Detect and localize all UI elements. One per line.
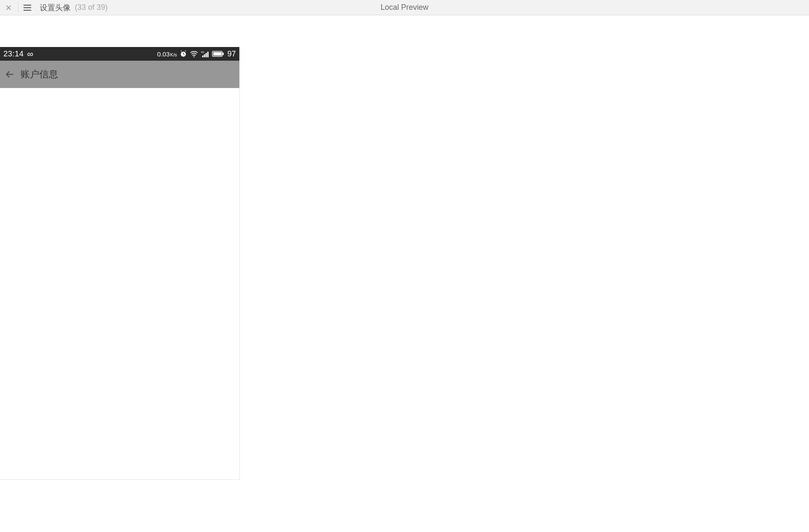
hamburger-icon <box>24 10 31 11</box>
svg-text:4G: 4G <box>201 51 204 53</box>
arrow-left-icon <box>5 69 15 79</box>
close-icon <box>6 5 11 10</box>
svg-rect-12 <box>207 52 209 57</box>
toolbar-count: (33 of 39) <box>75 3 108 12</box>
svg-point-7 <box>194 56 195 57</box>
svg-rect-15 <box>223 53 224 55</box>
device-preview: 23:14 ∞ 0.03K/s <box>0 47 240 480</box>
hamburger-icon <box>24 5 31 6</box>
app-body <box>0 88 239 479</box>
toolbar-title: 设置头像 <box>40 3 71 13</box>
battery-icon <box>212 51 224 57</box>
hamburger-icon <box>24 7 31 8</box>
svg-rect-10 <box>204 54 205 57</box>
alarm-icon <box>179 50 187 58</box>
back-button[interactable] <box>3 68 16 81</box>
header-title: 账户信息 <box>21 68 58 81</box>
svg-line-6 <box>185 51 186 52</box>
infinity-icon: ∞ <box>27 49 33 59</box>
status-right: 0.03K/s 4G <box>157 50 236 59</box>
net-speed-unit: K/s <box>170 52 177 57</box>
signal-icon: 4G <box>201 50 209 57</box>
network-speed: 0.03K/s <box>157 50 177 58</box>
svg-rect-11 <box>206 53 207 57</box>
top-toolbar: 设置头像 (33 of 39) Local Preview <box>0 0 809 15</box>
toolbar-separator <box>18 2 18 13</box>
svg-line-5 <box>181 51 182 52</box>
svg-rect-9 <box>202 56 203 57</box>
svg-rect-14 <box>213 52 222 56</box>
battery-percent: 97 <box>227 50 236 59</box>
main-area: 23:14 ∞ 0.03K/s <box>0 47 809 480</box>
status-left: 23:14 ∞ <box>3 49 33 59</box>
center-label: Local Preview <box>380 3 428 12</box>
net-speed-value: 0.03 <box>157 50 170 58</box>
status-bar: 23:14 ∞ 0.03K/s <box>0 47 239 61</box>
menu-button[interactable] <box>23 3 33 13</box>
wifi-icon <box>190 50 198 57</box>
status-time: 23:14 <box>3 50 24 59</box>
app-header: 账户信息 <box>0 61 239 88</box>
close-button[interactable] <box>3 3 14 13</box>
